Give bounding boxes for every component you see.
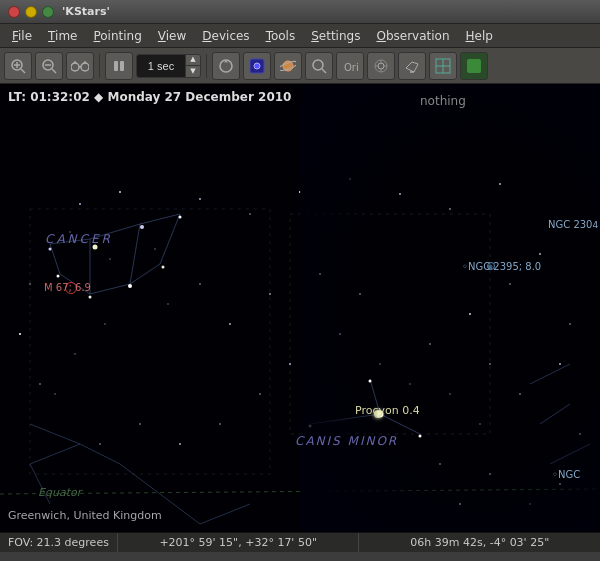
cursor-coords-status: 06h 39m 42s, -4° 03' 25": [359, 533, 600, 552]
svg-point-89: [509, 283, 511, 285]
center-coords-status: +201° 59' 15", +32° 17' 50": [118, 533, 360, 552]
zoom-in-button[interactable]: [4, 52, 32, 80]
status-bar: FOV: 21.3 degrees +201° 59' 15", +32° 17…: [0, 532, 600, 552]
svg-line-47: [550, 444, 590, 464]
svg-point-103: [154, 248, 155, 249]
procyon-star: [374, 410, 382, 418]
svg-point-78: [319, 273, 321, 275]
fov-tool-button[interactable]: [367, 52, 395, 80]
svg-point-93: [559, 363, 561, 365]
svg-point-81: [289, 363, 291, 365]
color-scheme-button[interactable]: [460, 52, 488, 80]
svg-point-56: [49, 248, 52, 251]
svg-line-43: [30, 444, 80, 464]
svg-point-55: [309, 425, 312, 428]
menu-help[interactable]: Help: [458, 27, 501, 45]
svg-point-110: [449, 393, 450, 394]
svg-point-7: [71, 63, 79, 71]
svg-point-96: [459, 503, 461, 505]
constellation-lines: [0, 84, 600, 532]
svg-line-45: [530, 364, 570, 384]
svg-point-70: [449, 208, 451, 210]
svg-point-77: [269, 293, 271, 295]
svg-text:Ori: Ori: [344, 62, 358, 73]
equator-label: Equator: [38, 486, 81, 499]
svg-point-75: [199, 283, 201, 285]
cursor-coords-value: 06h 39m 42s, -4° 03' 25": [410, 536, 549, 549]
canis-minor-label: CANIS MINOR: [295, 434, 398, 448]
star-map[interactable]: LT: 01:32:02 ◆ Monday 27 December 2010 n…: [0, 84, 600, 532]
svg-point-53: [140, 225, 144, 229]
svg-rect-10: [74, 61, 76, 64]
fov-vignette: [300, 84, 600, 532]
alt-az-grid-button[interactable]: [429, 52, 457, 80]
svg-point-94: [569, 323, 571, 325]
toolbar-separator-1: [99, 54, 100, 78]
svg-point-66: [249, 213, 251, 215]
timestep-arrows: ▲ ▼: [185, 55, 200, 77]
pause-button[interactable]: [105, 52, 133, 80]
title-bar: 'KStars': [0, 0, 600, 24]
svg-point-87: [429, 343, 431, 345]
minimize-button[interactable]: [25, 6, 37, 18]
svg-rect-32: [467, 59, 481, 73]
location-label: Greenwich, United Kingdom: [8, 509, 162, 522]
find-object-button[interactable]: [305, 52, 333, 80]
timestep-up-button[interactable]: ▲: [186, 55, 200, 66]
svg-point-8: [81, 63, 89, 71]
svg-point-19: [313, 60, 323, 70]
telescope-view-button[interactable]: [398, 52, 426, 80]
timestep-control[interactable]: ▲ ▼: [136, 54, 201, 78]
svg-point-23: [378, 63, 384, 69]
menu-view[interactable]: View: [150, 27, 194, 45]
svg-point-105: [104, 323, 105, 324]
svg-point-80: [339, 333, 341, 335]
svg-point-104: [167, 303, 168, 304]
timestep-input[interactable]: [137, 54, 185, 78]
menu-time[interactable]: Time: [40, 27, 85, 45]
svg-point-88: [469, 313, 471, 315]
svg-line-46: [540, 404, 570, 424]
close-button[interactable]: [8, 6, 20, 18]
svg-rect-12: [114, 61, 118, 71]
svg-point-76: [229, 323, 231, 325]
planet-button[interactable]: [274, 52, 302, 80]
ngc2304-label: NGC 2304: [548, 219, 598, 230]
menu-tools[interactable]: Tools: [258, 27, 304, 45]
svg-point-100: [579, 433, 581, 435]
svg-point-61: [419, 435, 422, 438]
menu-pointing[interactable]: Pointing: [85, 27, 149, 45]
svg-rect-11: [84, 61, 86, 64]
svg-rect-49: [30, 209, 270, 474]
track-button[interactable]: [212, 52, 240, 80]
procyon-label: Procyon 0.4: [355, 404, 420, 417]
svg-point-90: [539, 253, 541, 255]
svg-rect-50: [290, 214, 490, 434]
toolbar: ▲ ▼ Ori: [0, 48, 600, 84]
svg-point-84: [179, 443, 181, 445]
timestep-down-button[interactable]: ▼: [186, 66, 200, 77]
svg-point-111: [479, 423, 480, 424]
svg-point-102: [109, 258, 110, 259]
menu-observation[interactable]: Observation: [368, 27, 457, 45]
svg-line-40: [120, 464, 160, 494]
menu-settings[interactable]: Settings: [303, 27, 368, 45]
zoom-out-button[interactable]: [35, 52, 63, 80]
svg-line-20: [322, 69, 326, 73]
svg-line-35: [310, 414, 380, 424]
svg-point-95: [439, 463, 441, 465]
svg-point-85: [139, 423, 141, 425]
constellation-art-button[interactable]: Ori: [336, 52, 364, 80]
svg-point-68: [349, 178, 351, 180]
menu-devices[interactable]: Devices: [194, 27, 257, 45]
svg-point-101: [69, 231, 70, 232]
svg-point-83: [219, 423, 221, 425]
svg-line-33: [130, 224, 140, 284]
svg-point-52: [93, 245, 98, 250]
cancer-label: CANCER: [45, 232, 113, 246]
svg-point-91: [489, 363, 491, 365]
menu-file[interactable]: File: [4, 27, 40, 45]
maximize-button[interactable]: [42, 6, 54, 18]
sky-objects-button[interactable]: [243, 52, 271, 80]
binoculars-button[interactable]: [66, 52, 94, 80]
